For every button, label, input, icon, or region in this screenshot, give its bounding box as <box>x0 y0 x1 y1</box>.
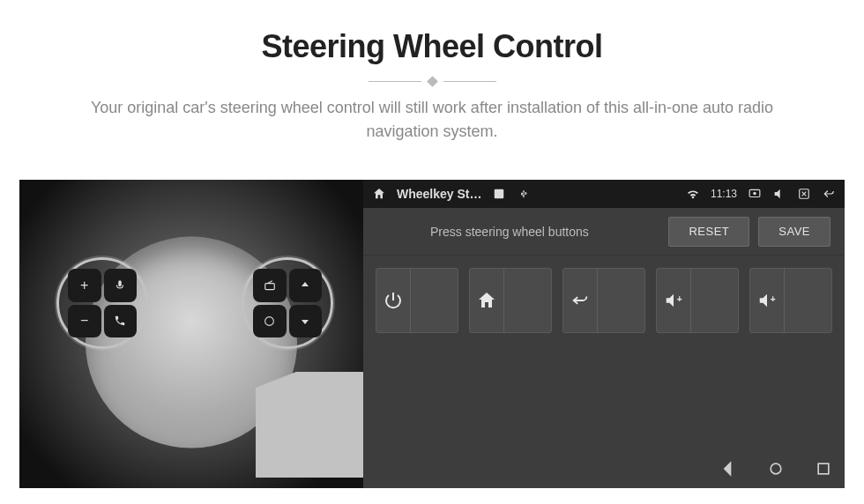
map-card-power[interactable] <box>376 268 458 333</box>
image-icon <box>492 187 506 201</box>
sysnav-recent-icon[interactable] <box>813 458 834 479</box>
instruction-text: Press steering wheel buttons <box>377 225 659 239</box>
power-icon <box>376 290 410 311</box>
svg-rect-0 <box>265 283 275 289</box>
page-subtitle: Your original car's steering wheel contr… <box>66 96 798 144</box>
home-icon[interactable] <box>372 187 386 201</box>
svg-rect-9 <box>818 463 829 474</box>
reset-button[interactable]: RESET <box>668 217 749 247</box>
wheel-btn-voice <box>104 269 138 302</box>
sysnav-home-icon[interactable] <box>765 458 786 479</box>
illustration-scene: + − <box>19 180 845 488</box>
volume-up-icon: + <box>750 291 784 310</box>
map-card-volup-2[interactable]: + <box>749 268 832 333</box>
return-icon <box>563 291 597 310</box>
app-title: Wheelkey St… <box>397 187 481 201</box>
status-bar: Wheelkey St… 11:13 <box>363 180 845 208</box>
svg-point-1 <box>265 316 274 325</box>
wheel-btn-down <box>289 305 323 338</box>
highlight-ring-left: + − <box>56 257 148 349</box>
mapping-grid: + + <box>363 256 845 333</box>
svg-point-8 <box>771 463 781 474</box>
sysnav-back-icon[interactable] <box>718 458 739 479</box>
wheel-btn-plus: + <box>68 269 101 302</box>
map-card-volup-1[interactable]: + <box>656 268 739 333</box>
headunit-screen: Wheelkey St… 11:13 <box>363 180 845 488</box>
svg-rect-2 <box>495 189 504 199</box>
svg-text:+: + <box>771 294 776 304</box>
title-divider <box>0 78 864 85</box>
map-card-home[interactable] <box>469 268 552 333</box>
wheel-btn-source <box>253 305 287 338</box>
wheel-btn-radio <box>253 269 287 302</box>
page-title: Steering Wheel Control <box>0 28 864 65</box>
usb-icon <box>517 187 531 201</box>
home-icon <box>470 290 503 311</box>
mute-icon[interactable] <box>772 187 786 201</box>
wheel-buttons-left: + − <box>68 269 137 337</box>
svg-text:+: + <box>677 294 682 304</box>
svg-point-4 <box>754 192 756 194</box>
back-icon[interactable] <box>822 187 836 201</box>
status-time: 11:13 <box>711 188 737 200</box>
wifi-icon <box>686 187 700 201</box>
highlight-ring-right <box>242 257 333 349</box>
wheel-buttons-right <box>253 269 322 337</box>
wheel-btn-minus: − <box>68 305 101 338</box>
steering-wheel-image: + − <box>19 180 363 488</box>
wheel-btn-phone <box>104 305 138 338</box>
wheel-btn-up <box>289 269 323 302</box>
toolbar: Press steering wheel buttons RESET SAVE <box>363 208 845 256</box>
system-nav <box>718 458 834 479</box>
cast-icon[interactable] <box>748 187 762 201</box>
save-button[interactable]: SAVE <box>758 217 830 247</box>
map-card-back[interactable] <box>562 268 645 333</box>
volume-up-icon: + <box>657 291 690 310</box>
close-icon[interactable] <box>797 187 811 201</box>
